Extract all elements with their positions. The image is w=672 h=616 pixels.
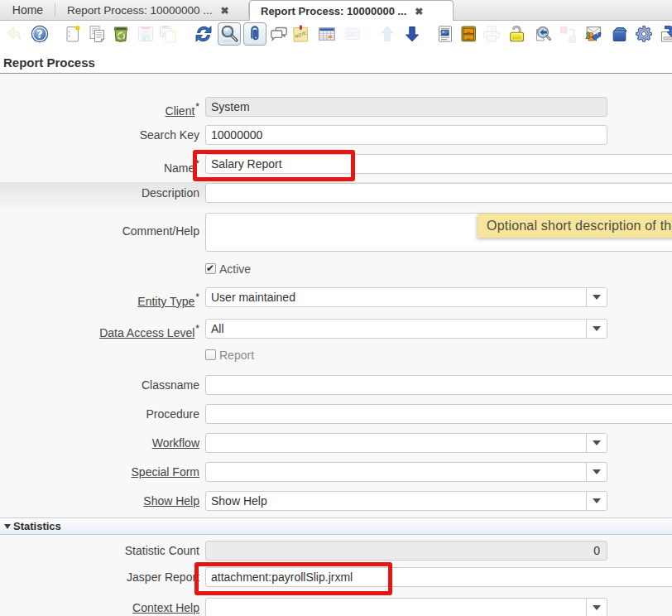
jasper-report-field[interactable] — [205, 567, 672, 587]
required-marker: * — [195, 157, 199, 171]
required-marker: * — [195, 291, 199, 304]
title-divider — [0, 73, 672, 74]
label-active: Active — [219, 262, 251, 276]
archive-icon[interactable] — [458, 24, 478, 44]
chevron-down-icon — [593, 326, 601, 331]
next-record-icon[interactable] — [402, 24, 422, 44]
parent-record-icon — [343, 24, 362, 44]
related-window-icon[interactable] — [609, 24, 629, 44]
show-help-combo[interactable]: Show Help — [205, 491, 607, 511]
attachment-button[interactable] — [243, 22, 266, 46]
tab-close-icon[interactable]: ✖ — [415, 2, 423, 22]
export-icon[interactable] — [658, 24, 672, 44]
label-entity-type[interactable]: Entity Type* — [0, 291, 199, 308]
label-client[interactable]: Client* — [0, 100, 199, 118]
help-icon[interactable]: ? — [30, 24, 50, 44]
tab-home-label: Home — [12, 3, 43, 17]
name-field[interactable] — [205, 154, 672, 174]
page-title: Report Process — [3, 55, 95, 70]
combo-value — [206, 434, 587, 452]
chevron-down-icon — [593, 295, 601, 300]
combo-value — [206, 599, 587, 616]
data-access-level-combo[interactable]: All — [205, 319, 607, 339]
save-icon — [136, 24, 156, 44]
tab-bar: Home Report Process: 10000000 ...✖ Repor… — [0, 0, 672, 21]
find-record-button[interactable] — [218, 22, 241, 46]
required-marker: * — [195, 100, 199, 113]
combo-value — [206, 463, 587, 481]
label-statistic-count: Statistic Count — [0, 544, 199, 557]
label-search-key: Search Key — [0, 128, 199, 142]
context-help-combo[interactable] — [205, 598, 607, 616]
delete-record-icon[interactable] — [111, 24, 131, 44]
chevron-down-icon — [593, 498, 601, 503]
toggle-grid-icon[interactable] — [317, 24, 337, 44]
svg-text:?: ? — [36, 27, 43, 41]
dropdown-button[interactable] — [586, 599, 607, 616]
label-classname: Classname — [0, 378, 199, 392]
report-checkbox[interactable] — [205, 349, 216, 360]
dropdown-button[interactable] — [586, 492, 607, 510]
ignore-changes-icon — [3, 24, 23, 44]
label-show-help[interactable]: Show Help — [0, 494, 199, 508]
tab-report-process-2[interactable]: Report Process: 10000000 ...✖ — [249, 0, 454, 21]
tab-home[interactable]: Home — [0, 0, 55, 20]
entity-type-combo[interactable]: User maintained — [205, 287, 607, 307]
save-create-new-icon — [158, 24, 178, 44]
requery-icon[interactable] — [194, 24, 214, 44]
dropdown-button[interactable] — [586, 320, 607, 338]
preference-icon[interactable] — [634, 24, 654, 44]
group-header-label: Statistics — [13, 520, 61, 532]
description-field[interactable] — [205, 183, 672, 203]
dropdown-button[interactable] — [586, 463, 607, 481]
statistics-group-header[interactable]: Statistics — [0, 517, 672, 535]
tab-label: Report Process: 10000000 ... — [67, 4, 213, 17]
combo-value: Show Help — [206, 492, 587, 510]
tab-close-icon[interactable]: ✖ — [221, 1, 229, 22]
workflow-icon[interactable] — [583, 24, 603, 44]
label-jasper-report: Jasper Report — [0, 570, 199, 584]
toolbar: ? NOTE — [0, 21, 672, 73]
postit-note-icon[interactable]: NOTE — [290, 24, 310, 44]
active-checkbox[interactable] — [205, 263, 216, 274]
label-report: Report — [219, 349, 254, 362]
tooltip: Optional short description of the record — [478, 214, 672, 238]
tab-label: Report Process: 10000000 ... — [261, 5, 406, 17]
combo-value: All — [206, 320, 587, 338]
chevron-down-icon — [593, 605, 601, 610]
report-icon[interactable] — [435, 24, 455, 44]
procedure-field[interactable] — [205, 404, 672, 424]
workflow-combo[interactable] — [205, 433, 607, 453]
zoom-across-icon[interactable] — [533, 24, 553, 44]
report-process-window: Home Report Process: 10000000 ...✖ Repor… — [0, 0, 672, 616]
label-description: Description — [0, 186, 199, 200]
print-icon — [482, 24, 502, 44]
copy-record-icon[interactable] — [87, 24, 107, 44]
dropdown-button[interactable] — [586, 288, 607, 306]
label-context-help[interactable]: Context Help — [0, 601, 199, 614]
label-special-form[interactable]: Special Form — [0, 465, 199, 479]
special-form-combo[interactable] — [205, 462, 607, 482]
required-marker: * — [195, 322, 199, 335]
new-record-icon[interactable] — [63, 24, 83, 44]
record-access-icon — [558, 24, 578, 44]
chevron-down-icon — [593, 440, 601, 445]
label-workflow[interactable]: Workflow — [0, 436, 199, 450]
label-data-access-level[interactable]: Data Access Level* — [0, 322, 199, 339]
lock-icon[interactable] — [506, 24, 526, 44]
classname-field[interactable] — [205, 375, 672, 395]
statistic-count-field[interactable] — [205, 541, 607, 561]
combo-value: User maintained — [206, 288, 587, 306]
tab-report-process-1[interactable]: Report Process: 10000000 ...✖ — [55, 0, 249, 20]
search-key-field[interactable] — [205, 125, 607, 145]
label-procedure: Procedure — [0, 407, 199, 421]
previous-record-icon — [377, 24, 397, 44]
label-comment-help: Comment/Help — [0, 224, 199, 238]
chat-icon[interactable] — [269, 24, 289, 44]
dropdown-button[interactable] — [586, 434, 607, 452]
collapse-triangle-icon — [4, 524, 11, 529]
label-name: Name* — [0, 157, 199, 175]
client-field[interactable] — [205, 97, 607, 117]
chevron-down-icon — [593, 469, 601, 474]
